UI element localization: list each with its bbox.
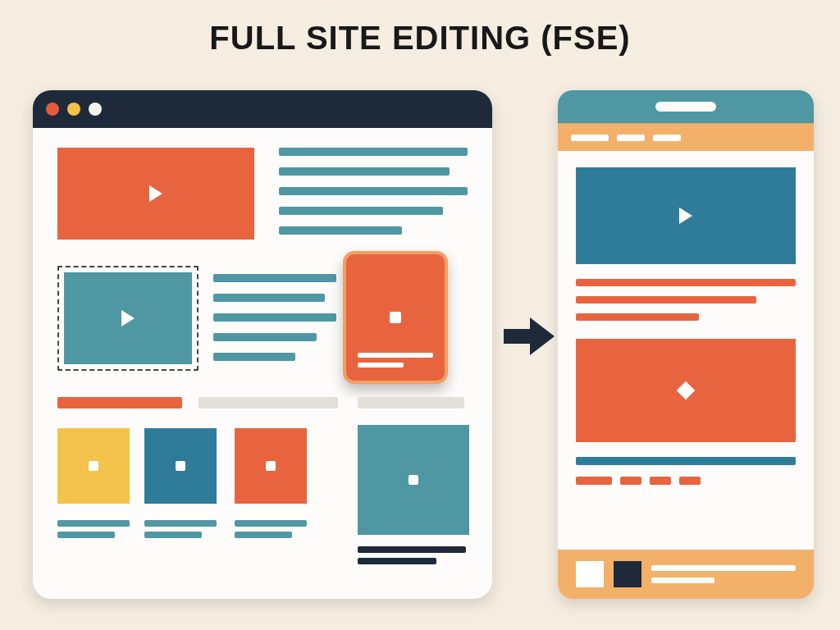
thumb-caption <box>57 532 115 538</box>
text-line <box>576 296 756 304</box>
text-line <box>651 578 714 583</box>
square-icon <box>266 461 276 471</box>
mobile-preview <box>558 90 814 599</box>
mobile-nav-bar[interactable] <box>558 123 814 151</box>
footer-swatch[interactable] <box>576 561 604 587</box>
thumb-caption <box>235 520 307 527</box>
speaker-notch <box>655 102 716 112</box>
tag-chip[interactable] <box>576 477 612 485</box>
section-tab-active[interactable] <box>57 397 182 409</box>
tag-chip[interactable] <box>620 477 641 485</box>
mobile-hero-video[interactable] <box>576 167 796 264</box>
nav-item[interactable] <box>617 135 645 141</box>
window-titlebar <box>33 90 492 128</box>
diamond-icon <box>677 381 696 400</box>
thumb-caption <box>235 532 292 538</box>
minimize-icon[interactable] <box>67 103 80 116</box>
square-icon <box>176 461 185 471</box>
footer-swatch[interactable] <box>614 561 641 587</box>
section-tab[interactable] <box>358 397 464 409</box>
square-icon <box>89 461 98 471</box>
editor-page <box>33 128 492 599</box>
play-icon <box>121 310 135 326</box>
thumb-caption <box>57 520 130 527</box>
tag-chip[interactable] <box>679 477 701 485</box>
play-icon <box>149 185 162 202</box>
text-line <box>279 167 450 176</box>
square-icon <box>409 475 418 485</box>
section-tab[interactable] <box>199 397 338 409</box>
footer-text <box>651 565 796 583</box>
text-line <box>651 565 796 571</box>
text-line <box>279 148 468 156</box>
mobile-paragraph[interactable] <box>576 279 796 321</box>
text-line <box>213 333 317 341</box>
thumb-caption <box>358 546 466 553</box>
page-title: FULL SITE EDITING (FSE) <box>0 0 840 57</box>
play-icon <box>679 208 692 224</box>
text-line <box>576 279 796 286</box>
selected-block-outline[interactable] <box>57 266 199 371</box>
card-caption-line <box>358 353 433 358</box>
card-caption-line <box>358 363 404 368</box>
thumb-caption <box>358 558 436 564</box>
mobile-meta <box>576 457 796 485</box>
hero-video-block[interactable] <box>57 148 254 240</box>
text-line <box>213 274 336 282</box>
text-line <box>213 313 336 322</box>
text-line <box>576 457 796 465</box>
gallery-thumb[interactable] <box>57 428 130 504</box>
text-line <box>279 207 443 215</box>
nav-item[interactable] <box>571 135 609 141</box>
gallery-thumb[interactable] <box>235 428 307 504</box>
maximize-icon[interactable] <box>89 103 102 116</box>
close-icon[interactable] <box>46 103 59 116</box>
paragraph-block[interactable] <box>213 274 338 361</box>
thumb-caption <box>144 532 202 538</box>
arrow-right-icon <box>500 308 558 368</box>
text-line <box>576 313 699 321</box>
diagram-canvas <box>33 90 807 605</box>
text-line <box>213 353 295 361</box>
gallery-thumb-large[interactable] <box>358 425 469 535</box>
gallery-thumb[interactable] <box>144 428 217 504</box>
text-line <box>279 226 402 235</box>
mobile-status-bar <box>558 90 814 123</box>
thumb-caption <box>144 520 217 527</box>
mobile-body <box>558 151 814 599</box>
text-line <box>279 187 468 195</box>
nav-item[interactable] <box>653 135 681 141</box>
selected-video-block[interactable] <box>64 272 192 364</box>
hero-text-block[interactable] <box>279 148 469 235</box>
stop-icon <box>390 312 401 323</box>
mobile-feature-card[interactable] <box>576 339 796 442</box>
tag-chip[interactable] <box>650 477 671 485</box>
mobile-footer <box>558 550 814 599</box>
text-line <box>213 294 325 302</box>
desktop-editor-window <box>33 90 492 599</box>
dragged-block-card[interactable] <box>343 251 448 384</box>
